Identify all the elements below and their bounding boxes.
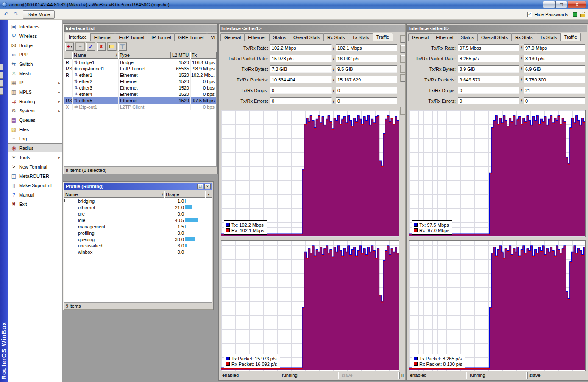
ether1-rx-value[interactable]: 9.5 GiB (336, 65, 397, 73)
table-row[interactable]: R⇅ether1Ethernet1520102.2 Mb... (64, 72, 216, 78)
table-row[interactable]: RS◈eoip-tunnel1EoIP Tunnel6553598.9 Mbps (64, 65, 216, 72)
sidebar-item-new-terminal[interactable]: >New Terminal (8, 162, 62, 171)
ether5-tab-status[interactable]: Status (457, 33, 478, 41)
safe-mode-button[interactable]: Safe Mode (23, 10, 55, 19)
remove-button[interactable]: − (75, 42, 85, 51)
profile-maximize-button[interactable]: □ (197, 184, 203, 189)
side-button-fragment[interactable] (400, 107, 405, 115)
interface-list-tab-eoip-tunnel[interactable]: EoIP Tunnel (115, 33, 148, 41)
ether5-rx-value[interactable]: 21 (524, 87, 585, 94)
sidebar-item-tools[interactable]: ✶Tools► (8, 153, 62, 162)
list-item[interactable]: queuing30.0 (64, 236, 212, 242)
profile-close-button[interactable]: × (204, 184, 211, 189)
sidebar-item-exit[interactable]: ✖Exit (8, 199, 62, 209)
ether1-rx-value[interactable]: 102.1 Mbps (336, 44, 397, 51)
list-item[interactable]: bridging1.0 (64, 198, 212, 204)
sidebar-item-switch[interactable]: ⇆Switch (8, 59, 62, 69)
sidebar-item-bridge[interactable]: ⋈Bridge (8, 41, 62, 50)
ether1-rx-value[interactable]: 0 (336, 97, 397, 104)
ether5-rx-value[interactable]: 8 130 p/s (524, 55, 585, 62)
sidebar-item-system[interactable]: ⚙System► (8, 106, 62, 115)
disable-button[interactable]: ✗ (97, 42, 106, 51)
interface-list-tab-ip-tunnel[interactable]: IP Tunnel (148, 33, 175, 41)
sidebar-item-radius[interactable]: ◉Radius (8, 143, 62, 153)
side-button-fragment[interactable] (400, 74, 405, 82)
ether1-tab-tx-stats[interactable]: Tx Stats (348, 33, 373, 41)
list-item[interactable]: idle40.5 (64, 217, 212, 223)
column-header-tx[interactable]: Tx (190, 52, 217, 59)
sidebar-item-files[interactable]: ▧Files (8, 125, 62, 134)
ether1-tab-general[interactable]: General (220, 33, 245, 41)
table-row[interactable]: X⇄l2tp-out1L2TP Client0 bps (64, 104, 216, 110)
redo-button[interactable]: ↷ (11, 10, 20, 18)
side-button-fragment[interactable] (400, 65, 405, 73)
list-item[interactable]: unclassified6.0 (64, 242, 212, 249)
column-dropdown-button[interactable]: ▼ (205, 191, 212, 198)
table-row[interactable]: ⇅ether2Ethernet15200 bps (64, 78, 216, 84)
interface-list-tab-gre-tunnel[interactable]: GRE Tunnel (174, 33, 207, 41)
ether5-tab-general[interactable]: General (408, 33, 432, 41)
ether5-rx-value[interactable]: 97.0 Mbps (524, 44, 585, 51)
ether1-tx-value[interactable]: 7.3 GiB (270, 65, 332, 73)
minimize-button[interactable]: — (543, 1, 555, 8)
side-button-fragment[interactable] (400, 55, 405, 63)
sidebar-item-ppp[interactable]: ∞PPP (8, 50, 62, 59)
enable-button[interactable]: ✓ (86, 42, 95, 51)
ether5-tx-value[interactable]: 8 265 p/s (458, 55, 519, 62)
interface-list-tab-ethernet[interactable]: Ethernet (90, 33, 116, 41)
sidebar-item-ip[interactable]: ▦IP► (8, 78, 62, 87)
ether5-tab-tx-stats[interactable]: Tx Stats (536, 33, 560, 41)
ether5-tab-rx-stats[interactable]: Rx Stats (511, 33, 537, 41)
sidebar-item-mesh[interactable]: ✳Mesh (8, 69, 62, 78)
sidebar-item-wireless[interactable]: ΨWireless (8, 31, 62, 41)
sidebar-item-queues[interactable]: ▤Queues (8, 115, 62, 125)
list-item[interactable]: winbox0.0 (64, 249, 212, 255)
ether5-tab-overall-stats[interactable]: Overall Stats (477, 33, 512, 41)
sidebar-item-metarouter[interactable]: ◫MetaROUTER (8, 171, 62, 181)
table-row[interactable]: ⇅ether4Ethernet15200 bps (64, 91, 216, 97)
list-item[interactable]: management1.5 (64, 223, 212, 230)
table-row[interactable]: RS⇅ether5Ethernet152097.5 Mbps (64, 97, 216, 104)
column-header-usage[interactable]: Usage (164, 191, 205, 198)
ether1-tab-overall-stats[interactable]: Overall Stats (290, 33, 324, 41)
ether1-tx-value[interactable]: 10 534 404 (270, 76, 332, 83)
column-header-name[interactable]: Name/ (64, 191, 164, 198)
ether5-tab-traffic[interactable]: Traffic (560, 33, 581, 41)
ether1-tab-ethernet[interactable]: Ethernet (244, 33, 270, 41)
table-row[interactable]: ⇅ether3Ethernet15200 bps (64, 84, 216, 91)
column-header-type[interactable]: Type (118, 52, 171, 59)
interface-list-titlebar[interactable]: Interface List (64, 25, 217, 32)
ether1-tab-rx-stats[interactable]: Rx Stats (323, 33, 349, 41)
sidebar-item-log[interactable]: ≡Log (8, 134, 62, 143)
ether1-titlebar[interactable]: Interface <ether1> (220, 25, 405, 32)
add-button[interactable]: +▾ (65, 42, 74, 51)
ether1-rx-value[interactable]: 16 092 p/s (336, 55, 397, 62)
sidebar-item-manual[interactable]: ?Manual (8, 190, 62, 199)
ether1-tx-value[interactable]: 0 (270, 87, 332, 94)
ether5-tx-value[interactable]: 0 (458, 87, 519, 94)
ether5-rx-value[interactable]: 0 (524, 97, 585, 104)
ether5-tx-value[interactable]: 8.9 GiB (458, 65, 519, 73)
ether5-titlebar[interactable]: Interface <ether5> (407, 25, 587, 32)
list-item[interactable]: profiling0.0 (64, 230, 212, 236)
ether1-tab-status[interactable]: Status (269, 33, 290, 41)
filter-button[interactable] (118, 42, 127, 51)
side-button-fragment[interactable] (400, 45, 405, 53)
ether1-rx-value[interactable]: 0 (336, 87, 397, 94)
ether5-tab-ethernet[interactable]: Ethernet (432, 33, 457, 41)
close-button[interactable]: × (568, 1, 586, 8)
sidebar-item-interfaces[interactable]: ▣Interfaces (8, 22, 62, 31)
interface-list-tab-interface[interactable]: Interface (65, 33, 91, 41)
ether1-tx-value[interactable]: 15 973 p/s (270, 55, 332, 62)
ether1-tab-traffic[interactable]: Traffic (373, 33, 393, 41)
ether5-rx-value[interactable]: 6.9 GiB (524, 65, 585, 73)
list-item[interactable]: ethernet21.0 (64, 204, 212, 211)
column-header-l2-mtu[interactable]: L2 MTU (171, 52, 190, 59)
interface-list-tab-vlan[interactable]: VLAN (207, 33, 217, 41)
table-row[interactable]: R⇅bridge1Bridge1520116.4 kbps (64, 59, 216, 65)
ether5-rx-value[interactable]: 5 780 300 (524, 76, 585, 83)
ether1-tx-value[interactable]: 102.2 Mbps (270, 44, 332, 51)
list-item[interactable]: gre0.0 (64, 211, 212, 217)
hide-passwords-checkbox[interactable]: ✓ (527, 12, 532, 17)
undo-button[interactable]: ↶ (2, 10, 10, 18)
